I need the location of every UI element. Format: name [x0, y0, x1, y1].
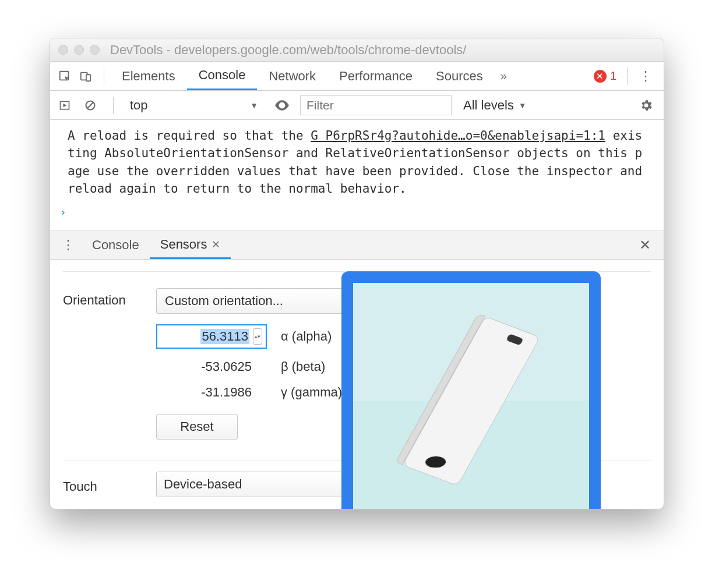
prompt-glyph: ›: [59, 205, 66, 219]
chevron-down-icon: ▼: [519, 101, 527, 110]
console-body: A reload is required so that the G P6rpR…: [50, 120, 664, 231]
close-tab-icon[interactable]: ✕: [212, 238, 220, 251]
inspect-icon[interactable]: [56, 68, 73, 85]
tab-label: Console: [199, 68, 246, 83]
filter-input[interactable]: [300, 95, 452, 115]
tab-console[interactable]: Console: [187, 62, 258, 90]
msg-text: A reload is required so that the: [68, 129, 311, 143]
chevron-down-icon: ▼: [250, 101, 258, 110]
beta-value: -53.0625: [201, 359, 252, 374]
separator: [104, 68, 104, 85]
close-dot[interactable]: [58, 45, 68, 55]
orientation-label: Orientation: [63, 288, 156, 308]
stepper-icon[interactable]: ▴▾: [253, 328, 262, 345]
context-select[interactable]: top ▼: [124, 95, 264, 115]
tab-label: Elements: [122, 69, 175, 84]
log-levels-select[interactable]: All levels ▼: [456, 98, 534, 113]
touch-label: Touch: [63, 474, 156, 494]
svg-rect-2: [86, 75, 90, 81]
gamma-input[interactable]: -31.1986: [156, 385, 267, 400]
tab-elements[interactable]: Elements: [110, 62, 187, 90]
devtools-window: DevTools - developers.google.com/web/too…: [50, 38, 664, 509]
gamma-label: γ (gamma): [281, 385, 342, 400]
execute-icon[interactable]: [56, 97, 73, 114]
device-toggle-icon[interactable]: [77, 68, 94, 85]
error-icon: ✕: [594, 70, 607, 83]
console-prompt[interactable]: ›: [50, 200, 664, 224]
window-title: DevTools - developers.google.com/web/too…: [110, 42, 655, 58]
titlebar: DevTools - developers.google.com/web/too…: [50, 38, 664, 62]
orientation-select[interactable]: Custom orientation... ▾: [156, 288, 372, 314]
svg-point-6: [280, 104, 283, 107]
reset-label: Reset: [180, 419, 213, 434]
error-count: 1: [610, 69, 616, 83]
svg-line-5: [87, 102, 93, 108]
alpha-value: 56.3113: [200, 329, 249, 344]
beta-input[interactable]: -53.0625: [156, 359, 267, 374]
tab-network[interactable]: Network: [257, 62, 327, 90]
settings-icon[interactable]: [635, 98, 658, 112]
live-expression-icon[interactable]: [269, 100, 295, 111]
alpha-label: α (alpha): [281, 329, 332, 344]
drawer-close-icon[interactable]: ✕: [631, 237, 659, 253]
beta-label: β (beta): [281, 359, 325, 374]
orientation-select-value: Custom orientation...: [165, 293, 283, 309]
drawer-menu-icon[interactable]: ⋮: [55, 238, 82, 253]
tab-label: Sources: [436, 69, 483, 84]
message-source-link[interactable]: G P6rpRSr4g?autohide…o=0&enablejsapi=1:1: [311, 129, 605, 143]
drawer-tab-sensors[interactable]: Sensors ✕: [150, 231, 231, 259]
drawer-tab-label: Console: [92, 238, 139, 253]
separator: [113, 97, 114, 114]
clear-console-icon[interactable]: [82, 97, 99, 114]
zoom-dot[interactable]: [90, 45, 100, 55]
tab-performance[interactable]: Performance: [327, 62, 424, 90]
separator: [627, 68, 628, 85]
drawer-tab-console[interactable]: Console: [82, 231, 150, 259]
tab-label: Performance: [339, 69, 413, 84]
main-tabs: Elements Console Network Performance Sou…: [50, 62, 664, 91]
drawer-tabs: ⋮ Console Sensors ✕ ✕: [50, 231, 664, 260]
traffic-lights: [58, 45, 100, 55]
device-preview[interactable]: [353, 283, 589, 509]
reset-button[interactable]: Reset: [156, 414, 238, 440]
touch-select-value: Device-based: [164, 477, 242, 492]
levels-label: All levels: [463, 98, 514, 113]
error-badge[interactable]: ✕ 1: [589, 69, 621, 83]
drawer-tab-label: Sensors: [160, 237, 207, 252]
console-toolbar: top ▼ All levels ▼: [50, 91, 664, 120]
tab-sources[interactable]: Sources: [424, 62, 495, 90]
device-preview-highlight: [341, 271, 601, 509]
console-message: A reload is required so that the G P6rpR…: [50, 125, 664, 200]
gamma-value: -31.1986: [201, 385, 252, 399]
more-tabs-icon[interactable]: »: [495, 69, 513, 83]
tab-label: Network: [269, 69, 316, 84]
touch-select[interactable]: Device-based ▼: [156, 472, 372, 497]
minimize-dot[interactable]: [74, 45, 84, 55]
context-value: top: [130, 98, 148, 113]
overflow-menu-icon[interactable]: ⋮: [633, 69, 658, 84]
alpha-input[interactable]: 56.3113 ▴▾: [156, 324, 267, 349]
